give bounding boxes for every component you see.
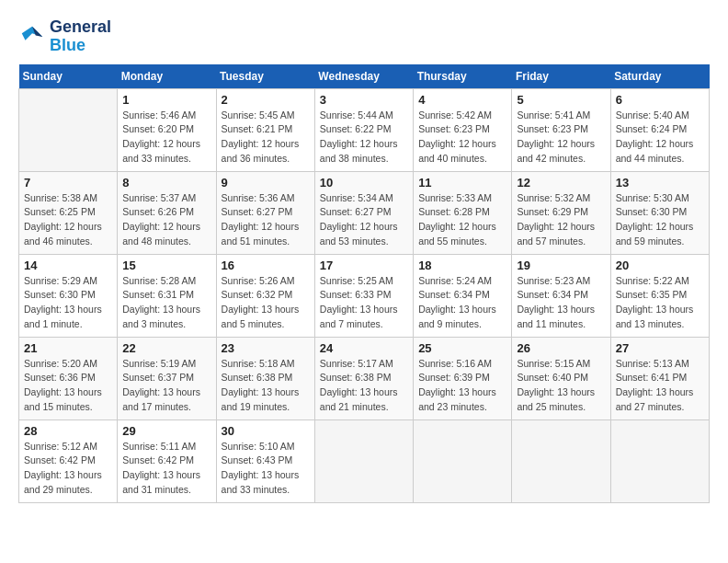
calendar-cell: 18Sunrise: 5:24 AM Sunset: 6:34 PM Dayli… xyxy=(414,254,512,337)
day-number: 7 xyxy=(24,176,112,190)
calendar-cell: 9Sunrise: 5:36 AM Sunset: 6:27 PM Daylig… xyxy=(216,171,314,254)
calendar-week-2: 7Sunrise: 5:38 AM Sunset: 6:25 PM Daylig… xyxy=(19,171,710,254)
day-info: Sunrise: 5:29 AM Sunset: 6:30 PM Dayligh… xyxy=(24,274,112,332)
day-info: Sunrise: 5:24 AM Sunset: 6:34 PM Dayligh… xyxy=(418,274,506,332)
calendar-cell: 16Sunrise: 5:26 AM Sunset: 6:32 PM Dayli… xyxy=(216,254,314,337)
day-info: Sunrise: 5:17 AM Sunset: 6:38 PM Dayligh… xyxy=(320,357,408,415)
calendar-week-5: 28Sunrise: 5:12 AM Sunset: 6:42 PM Dayli… xyxy=(19,419,710,502)
day-info: Sunrise: 5:33 AM Sunset: 6:28 PM Dayligh… xyxy=(418,191,506,249)
logo-icon xyxy=(18,23,46,51)
calendar-cell: 7Sunrise: 5:38 AM Sunset: 6:25 PM Daylig… xyxy=(19,171,118,254)
day-number: 17 xyxy=(320,259,408,272)
day-info: Sunrise: 5:36 AM Sunset: 6:27 PM Dayligh… xyxy=(222,191,310,249)
calendar-cell: 3Sunrise: 5:44 AM Sunset: 6:22 PM Daylig… xyxy=(314,88,413,171)
weekday-header-tuesday: Tuesday xyxy=(216,64,314,89)
weekday-header-saturday: Saturday xyxy=(610,64,709,89)
day-number: 26 xyxy=(517,341,605,355)
day-info: Sunrise: 5:22 AM Sunset: 6:35 PM Dayligh… xyxy=(616,274,704,332)
day-number: 3 xyxy=(320,93,408,107)
day-number: 5 xyxy=(517,93,605,107)
calendar-cell: 19Sunrise: 5:23 AM Sunset: 6:34 PM Dayli… xyxy=(512,254,610,337)
logo-line1: General xyxy=(50,18,111,37)
day-number: 19 xyxy=(517,259,605,272)
day-number: 29 xyxy=(122,424,210,438)
day-number: 23 xyxy=(222,341,310,355)
calendar-cell: 8Sunrise: 5:37 AM Sunset: 6:26 PM Daylig… xyxy=(118,171,216,254)
logo: General Blue xyxy=(18,18,111,55)
day-info: Sunrise: 5:32 AM Sunset: 6:29 PM Dayligh… xyxy=(517,191,605,249)
day-number: 25 xyxy=(418,341,506,355)
day-info: Sunrise: 5:34 AM Sunset: 6:27 PM Dayligh… xyxy=(320,191,408,249)
day-info: Sunrise: 5:30 AM Sunset: 6:30 PM Dayligh… xyxy=(616,191,704,249)
calendar-cell: 11Sunrise: 5:33 AM Sunset: 6:28 PM Dayli… xyxy=(414,171,512,254)
day-number: 20 xyxy=(616,259,704,272)
weekday-header-thursday: Thursday xyxy=(414,64,512,89)
weekday-header-wednesday: Wednesday xyxy=(314,64,413,89)
calendar-cell xyxy=(314,419,413,502)
calendar-week-3: 14Sunrise: 5:29 AM Sunset: 6:30 PM Dayli… xyxy=(19,254,710,337)
weekday-row: SundayMondayTuesdayWednesdayThursdayFrid… xyxy=(19,64,710,89)
day-info: Sunrise: 5:25 AM Sunset: 6:33 PM Dayligh… xyxy=(320,274,408,332)
calendar-cell xyxy=(610,419,709,502)
day-info: Sunrise: 5:20 AM Sunset: 6:36 PM Dayligh… xyxy=(24,357,112,415)
calendar-cell xyxy=(19,88,118,171)
calendar-table: SundayMondayTuesdayWednesdayThursdayFrid… xyxy=(18,64,710,503)
day-info: Sunrise: 5:10 AM Sunset: 6:43 PM Dayligh… xyxy=(222,440,310,498)
day-number: 13 xyxy=(616,176,704,190)
day-number: 1 xyxy=(122,93,210,107)
calendar-cell: 2Sunrise: 5:45 AM Sunset: 6:21 PM Daylig… xyxy=(216,88,314,171)
day-info: Sunrise: 5:44 AM Sunset: 6:22 PM Dayligh… xyxy=(320,109,408,167)
day-number: 24 xyxy=(320,341,408,355)
day-number: 16 xyxy=(222,259,310,272)
calendar-header: SundayMondayTuesdayWednesdayThursdayFrid… xyxy=(19,64,710,89)
calendar-cell: 24Sunrise: 5:17 AM Sunset: 6:38 PM Dayli… xyxy=(314,337,413,419)
calendar-cell: 22Sunrise: 5:19 AM Sunset: 6:37 PM Dayli… xyxy=(118,337,216,419)
calendar-cell: 14Sunrise: 5:29 AM Sunset: 6:30 PM Dayli… xyxy=(19,254,118,337)
day-number: 15 xyxy=(122,259,210,272)
day-info: Sunrise: 5:40 AM Sunset: 6:24 PM Dayligh… xyxy=(616,109,704,167)
weekday-header-sunday: Sunday xyxy=(19,64,118,89)
logo-line2: Blue xyxy=(50,37,111,55)
day-info: Sunrise: 5:38 AM Sunset: 6:25 PM Dayligh… xyxy=(24,191,112,249)
day-info: Sunrise: 5:13 AM Sunset: 6:41 PM Dayligh… xyxy=(616,357,704,415)
calendar-cell: 26Sunrise: 5:15 AM Sunset: 6:40 PM Dayli… xyxy=(512,337,610,419)
day-info: Sunrise: 5:18 AM Sunset: 6:38 PM Dayligh… xyxy=(222,357,310,415)
day-number: 27 xyxy=(616,341,704,355)
day-number: 14 xyxy=(24,259,112,272)
calendar-cell: 12Sunrise: 5:32 AM Sunset: 6:29 PM Dayli… xyxy=(512,171,610,254)
day-number: 21 xyxy=(24,341,112,355)
calendar-cell: 6Sunrise: 5:40 AM Sunset: 6:24 PM Daylig… xyxy=(610,88,709,171)
day-info: Sunrise: 5:41 AM Sunset: 6:23 PM Dayligh… xyxy=(517,109,605,167)
day-number: 4 xyxy=(418,93,506,107)
day-number: 2 xyxy=(222,93,310,107)
day-number: 22 xyxy=(122,341,210,355)
calendar-cell: 10Sunrise: 5:34 AM Sunset: 6:27 PM Dayli… xyxy=(314,171,413,254)
svg-marker-0 xyxy=(22,27,43,40)
day-info: Sunrise: 5:11 AM Sunset: 6:42 PM Dayligh… xyxy=(122,440,210,498)
calendar-cell: 30Sunrise: 5:10 AM Sunset: 6:43 PM Dayli… xyxy=(216,419,314,502)
day-number: 8 xyxy=(122,176,210,190)
calendar-cell: 5Sunrise: 5:41 AM Sunset: 6:23 PM Daylig… xyxy=(512,88,610,171)
calendar-cell: 17Sunrise: 5:25 AM Sunset: 6:33 PM Dayli… xyxy=(314,254,413,337)
day-info: Sunrise: 5:46 AM Sunset: 6:20 PM Dayligh… xyxy=(122,109,210,167)
day-number: 9 xyxy=(222,176,310,190)
calendar-cell: 28Sunrise: 5:12 AM Sunset: 6:42 PM Dayli… xyxy=(19,419,118,502)
calendar-cell: 29Sunrise: 5:11 AM Sunset: 6:42 PM Dayli… xyxy=(118,419,216,502)
calendar-cell xyxy=(512,419,610,502)
day-info: Sunrise: 5:45 AM Sunset: 6:21 PM Dayligh… xyxy=(222,109,310,167)
day-info: Sunrise: 5:37 AM Sunset: 6:26 PM Dayligh… xyxy=(122,191,210,249)
weekday-header-friday: Friday xyxy=(512,64,610,89)
day-info: Sunrise: 5:23 AM Sunset: 6:34 PM Dayligh… xyxy=(517,274,605,332)
day-number: 12 xyxy=(517,176,605,190)
day-number: 28 xyxy=(24,424,112,438)
calendar-cell: 13Sunrise: 5:30 AM Sunset: 6:30 PM Dayli… xyxy=(610,171,709,254)
day-info: Sunrise: 5:42 AM Sunset: 6:23 PM Dayligh… xyxy=(418,109,506,167)
weekday-header-monday: Monday xyxy=(118,64,216,89)
logo-text: General Blue xyxy=(50,18,111,55)
day-info: Sunrise: 5:16 AM Sunset: 6:39 PM Dayligh… xyxy=(418,357,506,415)
day-info: Sunrise: 5:19 AM Sunset: 6:37 PM Dayligh… xyxy=(122,357,210,415)
page-header: General Blue xyxy=(18,18,710,55)
day-number: 10 xyxy=(320,176,408,190)
calendar-week-1: 1Sunrise: 5:46 AM Sunset: 6:20 PM Daylig… xyxy=(19,88,710,171)
calendar-cell: 27Sunrise: 5:13 AM Sunset: 6:41 PM Dayli… xyxy=(610,337,709,419)
